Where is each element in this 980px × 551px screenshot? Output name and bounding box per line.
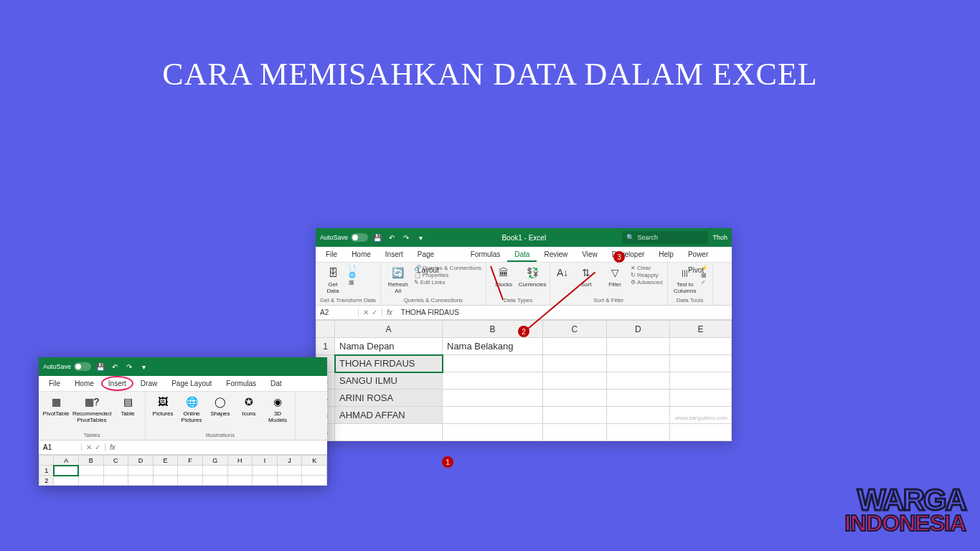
tab-power-pivot[interactable]: Power Pivot <box>681 247 732 262</box>
name-box[interactable]: A1 <box>39 443 82 451</box>
from-table-icon[interactable]: ▦ <box>349 279 356 286</box>
shapes-button[interactable]: ◯ Shapes <box>207 394 233 419</box>
row-header[interactable]: 2 <box>39 476 54 486</box>
fx-icon[interactable]: fx <box>382 309 397 316</box>
autosave-control[interactable]: AutoSave <box>43 362 91 371</box>
save-icon[interactable]: 💾 <box>372 232 382 242</box>
cell[interactable] <box>153 466 178 476</box>
table-button[interactable]: ▤ Table <box>115 394 141 419</box>
autosave-toggle-icon[interactable] <box>351 233 368 242</box>
cell[interactable] <box>253 466 278 476</box>
pictures-button[interactable]: 🖼 Pictures <box>150 394 176 419</box>
cell[interactable] <box>227 476 253 486</box>
column-header[interactable]: F <box>178 456 203 466</box>
tab-file[interactable]: File <box>319 247 344 262</box>
cell[interactable] <box>103 476 128 486</box>
column-header[interactable]: H <box>227 456 253 466</box>
tab-draw[interactable]: Draw <box>133 376 164 391</box>
currencies-button[interactable]: 💱 Currencies <box>519 265 545 290</box>
formula-input[interactable]: THOHA FIRDAUS <box>397 309 463 316</box>
column-header-a[interactable]: A <box>335 321 443 338</box>
edit-links-button[interactable]: ✎ Edit Links <box>414 279 481 286</box>
cell[interactable]: THOHA FIRDAUS <box>335 355 443 372</box>
cell[interactable] <box>670 424 732 441</box>
qat-dropdown-icon[interactable]: ▾ <box>415 232 425 242</box>
cell[interactable] <box>606 407 670 424</box>
cell[interactable] <box>543 355 607 372</box>
cell[interactable] <box>443 424 543 441</box>
cell[interactable] <box>606 338 670 355</box>
from-web-icon[interactable]: 🌐 <box>349 272 356 278</box>
cell[interactable] <box>202 466 227 476</box>
tab-insert[interactable]: Insert <box>101 376 133 391</box>
cancel-icon[interactable]: ✕ <box>86 443 92 451</box>
cell[interactable] <box>153 476 178 486</box>
undo-icon[interactable]: ↶ <box>110 362 120 372</box>
tab-data[interactable]: Data <box>507 247 537 262</box>
column-header[interactable]: D <box>128 456 154 466</box>
redo-icon[interactable]: ↷ <box>124 362 134 372</box>
cell[interactable] <box>606 355 670 372</box>
cell[interactable] <box>443 355 543 372</box>
enter-icon[interactable]: ✓ <box>372 309 377 316</box>
column-header[interactable]: C <box>103 456 128 466</box>
tab-page-layout[interactable]: Page Layout <box>164 376 219 391</box>
flash-fill-icon[interactable]: ⚡ <box>701 265 708 271</box>
column-header-c[interactable]: C <box>543 321 607 338</box>
filter-button[interactable]: ▽ Filter <box>602 265 628 290</box>
column-header-e[interactable]: E <box>670 321 732 338</box>
qat-dropdown-icon[interactable]: ▾ <box>138 362 149 372</box>
clear-filter-button[interactable]: ✕ Clear <box>631 265 663 271</box>
cell[interactable] <box>543 338 607 355</box>
column-header[interactable]: G <box>202 456 227 466</box>
tab-insert[interactable]: Insert <box>378 247 410 262</box>
cell[interactable]: Nama Belakang <box>443 338 543 355</box>
properties-button[interactable]: 📋 Properties <box>414 272 481 278</box>
cell[interactable] <box>606 424 670 441</box>
cell[interactable]: SANGU ILMU <box>335 372 443 390</box>
tab-home[interactable]: Home <box>344 247 378 262</box>
cancel-icon[interactable]: ✕ <box>363 309 369 316</box>
cell[interactable] <box>302 476 327 486</box>
cell[interactable] <box>253 476 278 486</box>
cell[interactable] <box>78 476 103 486</box>
from-text-icon[interactable]: 📄 <box>349 265 356 271</box>
cell[interactable] <box>54 466 79 476</box>
column-header[interactable]: E <box>153 456 178 466</box>
cell[interactable]: Nama Depan <box>335 338 443 355</box>
autosave-toggle-icon[interactable] <box>74 362 91 371</box>
tab-file[interactable]: File <box>42 376 67 391</box>
recommended-pivottables-button[interactable]: ▦? RecommendedPivotTables <box>72 394 112 425</box>
cell[interactable] <box>606 372 670 390</box>
cell[interactable] <box>178 476 203 486</box>
undo-icon[interactable]: ↶ <box>387 232 397 242</box>
tab-review[interactable]: Review <box>537 247 575 262</box>
cell[interactable] <box>670 372 732 390</box>
data-validation-icon[interactable]: ✓ <box>701 279 708 286</box>
cell[interactable] <box>277 466 302 476</box>
cell[interactable]: AHMAD AFFAN <box>335 407 443 424</box>
advanced-filter-button[interactable]: ⚙ Advanced <box>631 279 663 286</box>
text-to-columns-button[interactable]: ⫼ Text toColumns <box>672 265 698 296</box>
3d-models-button[interactable]: ◉ 3DModels <box>265 394 291 425</box>
sort-az-button[interactable]: A↓ <box>555 265 570 282</box>
save-icon[interactable]: 💾 <box>95 362 105 372</box>
cell[interactable] <box>202 476 227 486</box>
cell[interactable] <box>543 407 607 424</box>
cell[interactable] <box>54 476 79 486</box>
cell[interactable] <box>78 466 103 476</box>
fx-icon[interactable]: fx <box>105 443 120 451</box>
select-all-corner[interactable] <box>39 456 54 466</box>
tab-developer[interactable]: Developer <box>605 247 652 262</box>
tab-home[interactable]: Home <box>67 376 101 391</box>
tab-page-layout[interactable]: Page Layout <box>410 247 463 262</box>
worksheet[interactable]: A B C D E 1 Nama Depan Nama Belakang 2 T… <box>316 320 732 441</box>
select-all-corner[interactable] <box>316 321 335 338</box>
enter-icon[interactable]: ✓ <box>95 443 100 451</box>
icons-button[interactable]: ✪ Icons <box>236 394 262 419</box>
redo-icon[interactable]: ↷ <box>401 232 411 242</box>
cell[interactable] <box>128 476 154 486</box>
reapply-button[interactable]: ↻ Reapply <box>631 272 663 278</box>
tab-formulas[interactable]: Formulas <box>463 247 508 262</box>
tab-formulas[interactable]: Formulas <box>219 376 263 391</box>
